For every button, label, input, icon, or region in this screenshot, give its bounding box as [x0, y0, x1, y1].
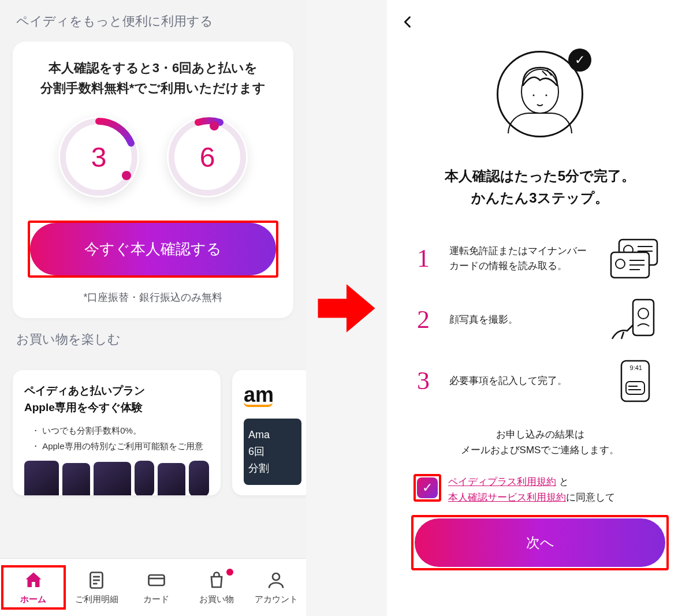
consent-checkbox-highlight: ✓	[413, 474, 441, 502]
step-text-3: 必要事項を記入して完了。	[449, 374, 596, 389]
tab-home-label: ホーム	[20, 594, 46, 604]
apple-promo-title: ペイディあと払いプラン Apple専用を今すぐ体験	[24, 383, 209, 416]
step-row-3: 3 必要事項を記入して完了。 9:41	[400, 353, 680, 409]
account-icon	[266, 570, 286, 591]
step-text-2: 顔写真を撮影。	[449, 312, 596, 327]
terms-link-paidy-plus[interactable]: ペイディプラス利用規約	[448, 476, 556, 487]
svg-text:9:41: 9:41	[630, 364, 642, 371]
selfie-phone-icon	[608, 297, 663, 342]
chevron-left-icon	[400, 14, 416, 30]
svg-rect-6	[148, 575, 164, 585]
card-heading: 本人確認をすると3・6回あと払いを 分割手数料無料*でご利用いただけます	[25, 58, 281, 98]
face-features-icon	[521, 92, 559, 109]
step-number-3: 3	[417, 366, 438, 395]
card-heading-l1: 本人確認をすると3・6回あと払いを	[49, 61, 258, 75]
home-icon	[23, 570, 44, 591]
promo-card-amazon[interactable]: am Ama 6回 分割	[232, 370, 306, 495]
tab-shop-label: お買い物	[199, 594, 234, 604]
bottom-tab-bar: ホーム ご利用明細 カード お買い物 アカウント	[0, 558, 306, 616]
tab-card-label: カード	[143, 594, 169, 604]
terms-link-identity[interactable]: 本人確認サービス利用規約	[448, 492, 566, 503]
tab-account-label: アカウント	[255, 594, 298, 604]
navigation-arrow	[306, 0, 387, 616]
shop-promo-row: ペイディあと払いプラン Apple専用を今すぐ体験 ・ いつでも分割手数料0%。…	[13, 370, 293, 495]
svg-line-9	[542, 71, 547, 76]
tab-card[interactable]: カード	[126, 570, 187, 605]
step-text-1: 運転免許証またはマイナンバーカードの情報を読み取る。	[449, 244, 596, 273]
apple-promo-bullet-1: ・ いつでも分割手数料0%。	[24, 423, 209, 438]
section-title-convenience: ペイディをもっと便利に利用する	[0, 0, 306, 42]
tab-home[interactable]: ホーム	[1, 565, 66, 610]
home-screen: ペイディをもっと便利に利用する 本人確認をすると3・6回あと払いを 分割手数料無…	[0, 0, 306, 616]
apple-promo-bullet-2: ・ Apple専用の特別なご利用可能額をご用意	[24, 438, 209, 454]
svg-rect-23	[633, 300, 654, 335]
amazon-dark-badge: Ama 6回 分割	[244, 419, 301, 484]
shopping-bag-icon	[206, 570, 227, 591]
consent-row: ✓ ペイディプラス利用規約 と 本人確認サービス利用規約に同意して	[400, 474, 680, 505]
verify-now-button[interactable]: 今すぐ本人確認する	[30, 223, 276, 275]
verify-button-highlight: 今すぐ本人確認する	[28, 221, 278, 278]
arrow-right-icon	[315, 277, 378, 340]
consent-checkbox[interactable]: ✓	[417, 477, 438, 498]
step-row-1: 1 運転免許証またはマイナンバーカードの情報を読み取る。	[400, 230, 680, 287]
next-button[interactable]: 次へ	[415, 518, 665, 567]
phone-form-icon: 9:41	[608, 359, 663, 404]
verification-intro-screen: ✓ 本人確認はたった5分で完了。 かんたん3ステップ。 1 運転免許証またはマイ…	[387, 0, 693, 616]
tab-history-label: ご利用明細	[75, 594, 118, 604]
installment-circle-3: 3	[58, 117, 139, 197]
result-note: お申し込みの結果は メールおよびSMSでご連絡します。	[400, 427, 680, 458]
tab-account[interactable]: アカウント	[246, 570, 306, 605]
installment-circles: 3 6	[25, 117, 281, 197]
svg-point-12	[546, 95, 547, 96]
step-number-2: 2	[417, 305, 438, 334]
svg-point-8	[273, 573, 280, 580]
tab-history[interactable]: ご利用明細	[67, 570, 127, 605]
back-button[interactable]	[400, 10, 423, 33]
installment-circle-6: 6	[167, 117, 248, 197]
svg-point-11	[533, 95, 535, 96]
step-number-1: 1	[417, 244, 438, 273]
tab-shop[interactable]: お買い物	[187, 570, 247, 605]
amazon-logo: am	[244, 383, 301, 407]
promo-card-apple[interactable]: ペイディあと払いプラン Apple専用を今すぐ体験 ・ いつでも分割手数料0%。…	[13, 370, 221, 495]
card-heading-l2: 分割手数料無料*でご利用いただけます	[40, 81, 266, 95]
next-button-highlight: 次へ	[411, 515, 669, 570]
consent-text: ペイディプラス利用規約 と 本人確認サービス利用規約に同意して	[448, 474, 615, 505]
check-badge-icon: ✓	[568, 48, 591, 72]
verification-heading: 本人確認はたった5分で完了。 かんたん3ステップ。	[400, 165, 680, 210]
apple-devices-image	[24, 461, 209, 495]
person-verified-illustration: ✓	[491, 51, 589, 149]
fee-footnote: *口座振替・銀行振込のみ無料	[25, 290, 281, 304]
verify-promo-card: 本人確認をすると3・6回あと払いを 分割手数料無料*でご利用いただけます 3 6…	[13, 42, 293, 318]
id-cards-icon	[608, 236, 663, 281]
document-icon	[86, 570, 107, 591]
step-row-2: 2 顔写真を撮影。	[400, 292, 680, 348]
svg-point-1	[172, 121, 243, 193]
hair-icon	[519, 66, 561, 86]
card-icon	[146, 570, 167, 591]
section-title-shopping: お買い物を楽しむ	[0, 318, 306, 360]
notification-badge-icon	[226, 569, 233, 576]
